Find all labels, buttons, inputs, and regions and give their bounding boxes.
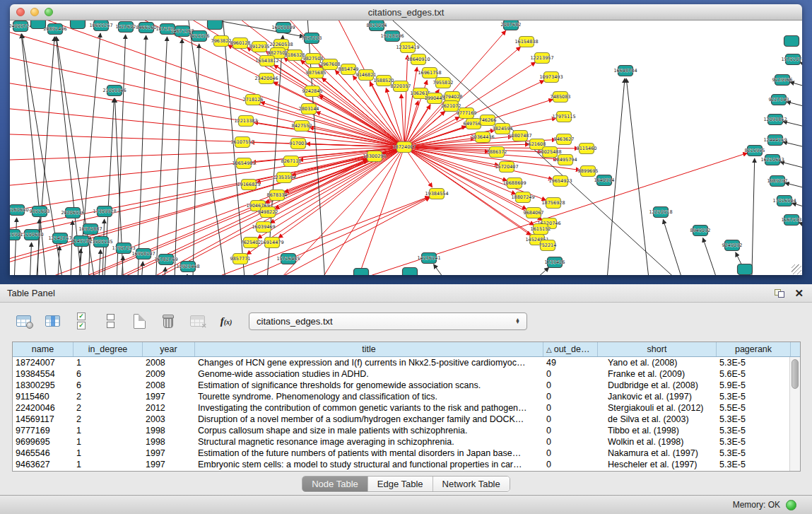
function-builder-button[interactable]: f(x)	[216, 310, 237, 332]
graph-node[interactable]: 21053346	[102, 86, 126, 96]
table-cell[interactable]: 1	[73, 425, 143, 436]
table-cell[interactable]: 9777169	[13, 425, 73, 436]
graph-node[interactable]: 10655257	[89, 21, 112, 31]
select-rows-button[interactable]: ✓✓	[71, 310, 92, 332]
table-cell[interactable]: 9699695	[13, 436, 73, 448]
table-cell[interactable]: 2012	[143, 402, 195, 414]
tab-network-table[interactable]: Network Table	[433, 477, 510, 491]
table-cell[interactable]: 5.3E-5	[717, 391, 791, 402]
table-cell[interactable]: Nakamura et al. (1997)	[598, 448, 717, 459]
table-cell[interactable]: 19384554	[13, 368, 73, 380]
show-columns-button[interactable]	[42, 310, 63, 332]
graph-node[interactable]: 8960128	[230, 38, 251, 49]
table-cell[interactable]: Changes of HCN gene expression and I(f) …	[195, 357, 543, 368]
table-cell[interactable]: Hescheler et al. (1997)	[598, 459, 717, 470]
graph-node[interactable]: 18756928	[541, 198, 565, 209]
column-header-pagerank[interactable]: pagerank	[717, 342, 791, 356]
graph-node[interactable]: 18640910	[406, 54, 430, 65]
graph-node[interactable]: 2967608	[320, 59, 341, 70]
graph-node[interactable]: 752214	[539, 240, 557, 251]
table-cell[interactable]: 1	[73, 448, 143, 459]
column-header-name[interactable]: name	[13, 342, 73, 356]
table-cell[interactable]: 1	[73, 436, 143, 448]
graph-node[interactable]: 9684067	[524, 208, 544, 218]
table-cell[interactable]: 0	[543, 368, 598, 380]
table-selector-dropdown[interactable]: citations_edges.txt ▲▼	[249, 313, 527, 330]
graph-node[interactable]: 9129966	[772, 75, 793, 86]
graph-node[interactable]: 16961758	[418, 68, 441, 78]
table-row[interactable]: 911546021997Tourette syndrome. Phenomeno…	[13, 391, 800, 402]
table-cell[interactable]: 5.9E-5	[717, 380, 791, 391]
table-cell[interactable]: 1998	[143, 425, 195, 436]
table-cell[interactable]: Jankovic et al. (1997)	[598, 391, 717, 402]
table-row[interactable]: 1830029562008Estimation of significance …	[13, 380, 800, 391]
table-cell[interactable]: Estimation of significance thresholds fo…	[195, 380, 543, 391]
table-cell[interactable]: 9115460	[13, 391, 73, 402]
table-row[interactable]: 1872400712008Changes of HCN gene express…	[13, 357, 800, 368]
graph-node[interactable]	[31, 21, 46, 29]
graph-node[interactable]: 1145190	[71, 236, 92, 247]
table-cell[interactable]: 0	[543, 391, 598, 402]
row-height-button[interactable]	[100, 310, 121, 332]
table-cell[interactable]: 0	[543, 380, 598, 391]
table-cell[interactable]: 2	[73, 402, 143, 414]
graph-node[interactable]: 1640934	[594, 175, 615, 186]
table-cell[interactable]: 2008	[143, 380, 195, 391]
graph-node[interactable]: 15720407	[495, 162, 518, 173]
graph-node[interactable]: 16107552	[230, 137, 254, 148]
table-cell[interactable]: Corpus callosum shape and size in male p…	[195, 425, 543, 436]
graph-node[interactable]: 9242845	[302, 86, 323, 97]
table-cell[interactable]: Franke et al. (2009)	[598, 368, 717, 380]
table-settings-button[interactable]	[13, 310, 34, 332]
table-cell[interactable]: 1	[73, 357, 143, 368]
table-cell[interactable]: 14569117	[13, 414, 73, 425]
graph-node[interactable]: 1527602	[116, 22, 136, 33]
table-cell[interactable]: 0	[543, 425, 598, 436]
table-cell[interactable]: 1997	[143, 391, 195, 402]
tab-node-table[interactable]: Node Table	[302, 477, 367, 491]
table-cell[interactable]: 1997	[143, 459, 195, 470]
graph-node[interactable]: 12444159	[763, 135, 787, 146]
table-cell[interactable]: 2003	[143, 414, 195, 425]
table-cell[interactable]: de Silva et al. (2003)	[598, 414, 717, 425]
graph-node[interactable]	[738, 264, 753, 275]
new-table-button[interactable]	[129, 310, 150, 332]
graph-node[interactable]: 8267110	[281, 156, 302, 167]
graph-node[interactable]: 14136141	[417, 253, 440, 264]
graph-node[interactable]: 9899695	[578, 166, 599, 177]
column-header-year[interactable]: year	[143, 342, 195, 356]
graph-node[interactable]: 8220357	[391, 81, 411, 92]
table-cell[interactable]: 0	[543, 414, 598, 425]
graph-node[interactable]: 19218506	[380, 31, 404, 42]
graph-node[interactable]: 24055724	[10, 21, 33, 32]
table-row[interactable]: 1938455462009Genome-wide association stu…	[13, 368, 800, 380]
graph-node[interactable]	[208, 21, 223, 30]
graph-node[interactable]: 13505135	[89, 237, 112, 247]
graph-node[interactable]: 20206536	[61, 208, 84, 218]
graph-node[interactable]: 8912935	[249, 42, 270, 52]
table-cell[interactable]: 2008	[143, 357, 195, 368]
graph-node[interactable]: 16914479	[260, 238, 283, 248]
network-graph-canvas[interactable]: 1872400779638228960128891293522260538982…	[10, 21, 802, 275]
graph-node[interactable]: 8427552	[292, 121, 312, 132]
graph-node[interactable]	[403, 268, 418, 276]
graph-node[interactable]: 16039469	[252, 222, 275, 233]
graph-node[interactable]: 7963822	[211, 36, 232, 47]
tab-edge-table[interactable]: Edge Table	[367, 477, 433, 491]
table-cell[interactable]: 5.6E-5	[717, 368, 791, 380]
graph-node[interactable]: 9777169	[457, 108, 477, 119]
graph-node[interactable]: 2087682	[501, 21, 522, 30]
table-cell[interactable]: Stergiakouli et al. (2012)	[598, 402, 717, 414]
graph-node[interactable]: 12213957	[530, 53, 553, 64]
graph-node[interactable]: 16648784	[613, 66, 637, 76]
table-cell[interactable]: 2	[73, 391, 143, 402]
table-cell[interactable]: 9465546	[13, 448, 73, 459]
graph-node[interactable]: 10975887	[78, 224, 102, 235]
table-cell[interactable]: 0	[543, 448, 598, 459]
graph-node[interactable]: 1989297	[767, 176, 788, 187]
graph-node[interactable]: 20891406	[43, 24, 66, 35]
table-row[interactable]: 2242004622012Investigating the contribut…	[13, 402, 800, 414]
table-cell[interactable]: 5.5E-5	[717, 402, 791, 414]
column-header-short[interactable]: short	[598, 342, 717, 356]
graph-node[interactable]: 7955812	[433, 78, 454, 88]
